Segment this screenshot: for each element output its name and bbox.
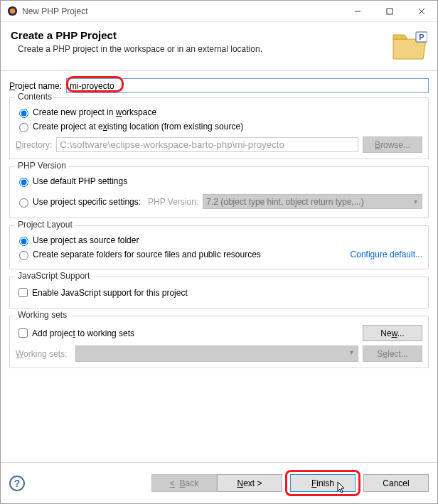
wizard-body: Project name: mi-proyecto Contents Creat… bbox=[1, 71, 437, 462]
minimize-button[interactable] bbox=[341, 1, 373, 21]
back-button: < < Back Back bbox=[151, 474, 217, 492]
working-sets-label: Working sets: bbox=[16, 349, 71, 359]
configure-default-link[interactable]: Configure default... bbox=[351, 250, 422, 259]
separate-folders-radio[interactable] bbox=[19, 251, 28, 260]
create-in-workspace-radio[interactable] bbox=[19, 109, 28, 118]
svg-point-1 bbox=[9, 9, 15, 14]
svg-text:P: P bbox=[419, 33, 424, 41]
separate-folders-label: Create separate folders for source files… bbox=[33, 250, 261, 259]
svg-rect-3 bbox=[387, 9, 392, 14]
wizard-header: Create a PHP Project Create a PHP projec… bbox=[1, 22, 437, 71]
project-name-input[interactable] bbox=[66, 78, 429, 93]
close-button[interactable] bbox=[405, 1, 437, 21]
page-title: Create a PHP Project bbox=[11, 29, 392, 41]
browse-button: Browse... bbox=[363, 136, 422, 153]
project-name-label: Project name: bbox=[9, 81, 62, 91]
working-sets-group-title: Working sets bbox=[15, 310, 70, 320]
project-as-source-label: Use project as source folder bbox=[33, 235, 139, 245]
contents-group-title: Contents bbox=[15, 92, 55, 102]
working-sets-group: Working sets Add project to working sets… bbox=[9, 316, 429, 368]
app-icon bbox=[6, 6, 18, 17]
use-default-php-label: Use default PHP settings bbox=[33, 176, 127, 186]
help-icon[interactable]: ? bbox=[9, 476, 25, 491]
wizard-footer: ? < < Back Back Next > Finish Cancel bbox=[1, 462, 437, 503]
project-layout-group-title: Project Layout bbox=[15, 220, 75, 230]
folder-php-icon: P bbox=[392, 31, 427, 60]
create-in-workspace-label: Create new project in workspace bbox=[33, 107, 156, 117]
contents-group: Contents Create new project in workspace… bbox=[9, 97, 429, 159]
php-version-combo: 7.2 (object type hint, object return typ… bbox=[203, 194, 422, 209]
add-to-working-sets-label: Add project to working sets bbox=[32, 328, 134, 338]
js-support-group-title: JavaScript Support bbox=[15, 271, 92, 281]
project-layout-group: Project Layout Use project as source fol… bbox=[9, 225, 429, 269]
maximize-button[interactable] bbox=[373, 1, 405, 21]
add-to-working-sets-checkbox[interactable] bbox=[18, 328, 28, 338]
working-sets-combo bbox=[75, 345, 358, 362]
php-version-group-title: PHP Version bbox=[15, 161, 69, 171]
page-subtitle: Create a PHP project in the workspace or… bbox=[18, 44, 392, 54]
project-name-row: Project name: mi-proyecto bbox=[9, 78, 429, 93]
cancel-button[interactable]: Cancel bbox=[363, 474, 429, 492]
enable-js-checkbox[interactable] bbox=[18, 288, 28, 297]
project-as-source-radio[interactable] bbox=[19, 237, 28, 246]
use-default-php-radio[interactable] bbox=[19, 178, 28, 187]
directory-input bbox=[56, 137, 358, 152]
project-specific-label: Use project specific settings: bbox=[33, 197, 141, 207]
directory-label: Directory: bbox=[16, 140, 52, 150]
php-version-combo-label: PHP Version: bbox=[148, 197, 198, 207]
new-working-set-button[interactable]: New... bbox=[363, 325, 422, 341]
create-existing-label: Create project at existing location (fro… bbox=[33, 122, 243, 132]
enable-js-label: Enable JavaScript support for this proje… bbox=[32, 288, 188, 298]
js-support-group: JavaScript Support Enable JavaScript sup… bbox=[9, 277, 429, 309]
project-specific-radio[interactable] bbox=[19, 198, 28, 208]
window-title: New PHP Project bbox=[22, 6, 341, 16]
next-button[interactable]: Next > bbox=[217, 474, 282, 492]
select-working-set-button: Select... bbox=[363, 345, 422, 362]
title-bar: New PHP Project bbox=[1, 1, 437, 22]
create-existing-radio[interactable] bbox=[19, 123, 28, 132]
highlight-annotation: Finish bbox=[285, 470, 360, 496]
php-version-group: PHP Version Use default PHP settings Use… bbox=[9, 166, 429, 218]
